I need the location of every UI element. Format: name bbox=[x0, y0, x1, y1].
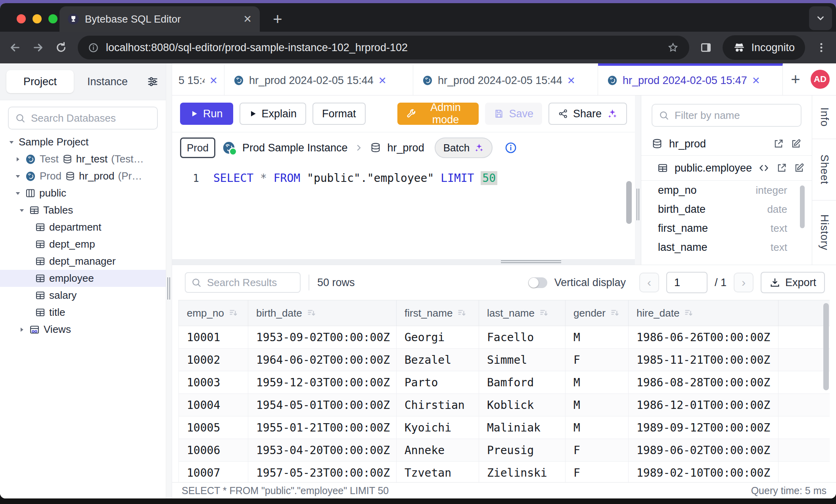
editor-pane: Run Explain Format Admin mode bbox=[172, 95, 635, 265]
browser-menu-icon[interactable] bbox=[815, 42, 827, 53]
external-link-icon[interactable] bbox=[773, 138, 784, 149]
table-icon bbox=[35, 307, 46, 318]
cell: 1953-09-02T00:00:00Z bbox=[248, 326, 396, 348]
save-button[interactable]: Save bbox=[485, 103, 542, 125]
tree-database-hr-test[interactable]: Test hr_test (Test… bbox=[0, 151, 166, 168]
instance-name[interactable]: Prod Sample Instance bbox=[242, 142, 348, 154]
reload-icon[interactable] bbox=[55, 41, 67, 54]
new-sheet-button[interactable]: + bbox=[783, 63, 808, 95]
bookmark-star-icon[interactable] bbox=[667, 42, 679, 53]
sidebar-table-dept_emp[interactable]: dept_emp bbox=[0, 236, 166, 253]
editor-tab-4-active[interactable]: hr_prod 2024-02-05 15:47 ✕ bbox=[598, 63, 783, 95]
caret-down-icon[interactable] bbox=[14, 173, 21, 180]
sql-editor[interactable]: 1 SELECT * FROM "public"."employee" LIMI… bbox=[172, 163, 635, 259]
sql-code-line[interactable]: SELECT * FROM "public"."employee" LIMIT … bbox=[213, 170, 497, 187]
schema-filter-input[interactable] bbox=[674, 109, 794, 122]
batch-button[interactable]: Batch bbox=[435, 137, 493, 158]
tab-search-button[interactable] bbox=[809, 6, 832, 30]
tree-schema-public[interactable]: public bbox=[0, 185, 166, 202]
vertical-display-toggle[interactable] bbox=[528, 277, 547, 288]
external-link-icon[interactable] bbox=[776, 162, 787, 174]
edit-icon[interactable] bbox=[794, 162, 805, 174]
browser-tab-close-icon[interactable]: ✕ bbox=[243, 14, 252, 24]
page-input[interactable] bbox=[666, 272, 708, 293]
admin-mode-button[interactable]: Admin mode bbox=[397, 103, 479, 125]
tree-group-tables[interactable]: Tables bbox=[0, 202, 166, 219]
panel-scrollbar[interactable] bbox=[800, 185, 805, 228]
site-info-icon[interactable] bbox=[88, 42, 99, 53]
tree-project[interactable]: Sample Project bbox=[0, 134, 166, 151]
browser-tab[interactable]: Bytebase SQL Editor ✕ bbox=[59, 6, 260, 32]
close-icon[interactable]: ✕ bbox=[209, 76, 218, 86]
database-search[interactable] bbox=[8, 107, 158, 130]
sidebar-table-department[interactable]: department bbox=[0, 219, 166, 236]
tab-info[interactable]: Info bbox=[812, 95, 836, 139]
close-icon[interactable]: ✕ bbox=[752, 76, 760, 86]
run-button[interactable]: Run bbox=[180, 103, 233, 125]
sidebar-table-salary[interactable]: salary bbox=[0, 287, 166, 304]
close-icon[interactable]: ✕ bbox=[378, 76, 387, 86]
column-header-first_name[interactable]: first_name bbox=[396, 300, 479, 326]
window-zoom-button[interactable] bbox=[48, 14, 58, 23]
column-header-gender[interactable]: gender bbox=[565, 300, 628, 326]
caret-down-icon[interactable] bbox=[18, 207, 25, 214]
schema-column-last_name[interactable]: last_nametext bbox=[641, 238, 812, 257]
window-close-button[interactable] bbox=[17, 14, 26, 23]
tab-instance[interactable]: Instance bbox=[75, 70, 140, 93]
editor-tab-2[interactable]: hr_prod 2024-02-05 15:44 ✕ bbox=[224, 63, 413, 95]
cell: 10005 bbox=[178, 416, 248, 439]
tab-project[interactable]: Project bbox=[6, 70, 74, 93]
results-search-input[interactable] bbox=[206, 276, 294, 289]
caret-right-icon[interactable] bbox=[14, 156, 21, 163]
close-icon[interactable]: ✕ bbox=[567, 76, 575, 86]
next-page-button[interactable]: › bbox=[734, 273, 754, 292]
edit-icon[interactable] bbox=[790, 138, 801, 149]
caret-right-icon[interactable] bbox=[18, 326, 25, 333]
schema-filter[interactable] bbox=[652, 104, 801, 127]
tree-database-hr-prod[interactable]: Prod hr_prod (Pr… bbox=[0, 168, 166, 185]
new-tab-button[interactable]: + bbox=[269, 11, 286, 27]
export-button[interactable]: Export bbox=[761, 272, 825, 293]
schema-column-birth_date[interactable]: birth_datedate bbox=[641, 200, 812, 219]
schema-column-first_name[interactable]: first_nametext bbox=[641, 219, 812, 238]
tab-history[interactable]: History bbox=[812, 200, 836, 265]
database-name[interactable]: hr_prod bbox=[387, 142, 424, 154]
results-grid: emp_nobirth_datefirst_namelast_namegende… bbox=[178, 300, 830, 482]
side-panel-icon[interactable] bbox=[700, 41, 712, 54]
tab-sheet[interactable]: Sheet bbox=[812, 139, 836, 200]
results-search[interactable] bbox=[185, 272, 301, 293]
results-scrollbar[interactable] bbox=[823, 303, 829, 390]
code-icon[interactable] bbox=[758, 162, 770, 174]
column-header-birth_date[interactable]: birth_date bbox=[248, 300, 396, 326]
results-resize-handle[interactable] bbox=[172, 259, 635, 265]
prev-page-button[interactable]: ‹ bbox=[639, 273, 659, 292]
format-button[interactable]: Format bbox=[313, 103, 366, 125]
editor-tab-3[interactable]: hr_prod 2024-02-05 15:44 ✕ bbox=[413, 63, 598, 95]
user-avatar[interactable]: AD bbox=[811, 70, 830, 89]
column-header-last_name[interactable]: last_name bbox=[479, 300, 565, 326]
database-search-input[interactable] bbox=[30, 112, 151, 125]
sidebar-resize-handle[interactable] bbox=[166, 63, 172, 498]
editor-tab-1[interactable]: 5 15:44 ✕ bbox=[172, 63, 224, 95]
sidebar-table-employee[interactable]: employee bbox=[0, 270, 166, 287]
tree-group-views[interactable]: Views bbox=[0, 321, 166, 338]
caret-down-icon[interactable] bbox=[14, 190, 21, 197]
editor-scrollbar[interactable] bbox=[626, 181, 632, 224]
caret-down-icon[interactable] bbox=[8, 139, 15, 146]
column-header-hire_date[interactable]: hire_date bbox=[628, 300, 778, 326]
share-button[interactable]: Share bbox=[548, 103, 627, 125]
back-icon[interactable] bbox=[9, 41, 21, 54]
sidebar-table-dept_manager[interactable]: dept_manager bbox=[0, 253, 166, 270]
panel-resize-handle[interactable] bbox=[635, 95, 641, 265]
schema-column-emp_no[interactable]: emp_nointeger bbox=[641, 181, 812, 200]
sidebar-table-title[interactable]: title bbox=[0, 304, 166, 321]
forward-icon[interactable] bbox=[32, 41, 44, 54]
panel-table-row[interactable]: public.employee bbox=[641, 156, 812, 181]
info-circle-icon[interactable] bbox=[504, 141, 517, 154]
explain-button[interactable]: Explain bbox=[240, 103, 307, 125]
address-bar[interactable]: localhost:8080/sql-editor/prod-sample-in… bbox=[78, 36, 689, 59]
panel-database-row[interactable]: hr_prod bbox=[641, 132, 812, 156]
window-minimize-button[interactable] bbox=[33, 14, 42, 23]
sidebar-filter-icon[interactable] bbox=[146, 75, 159, 88]
column-header-emp_no[interactable]: emp_no bbox=[178, 300, 248, 326]
